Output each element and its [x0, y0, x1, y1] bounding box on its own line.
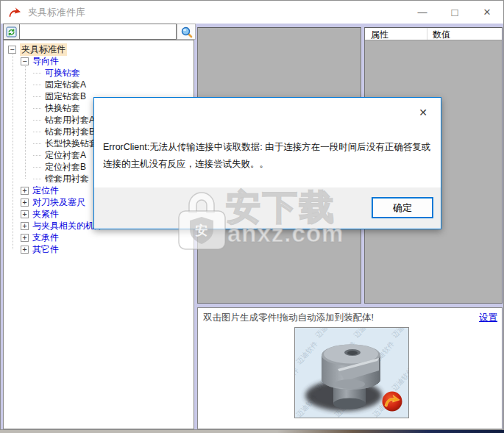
- tree-leaf-dash: [33, 108, 41, 109]
- settings-link[interactable]: 设置: [479, 312, 497, 324]
- expand-icon[interactable]: +: [21, 234, 29, 242]
- property-column-header: 属性: [365, 28, 427, 40]
- tree-leaf-dash: [33, 120, 41, 121]
- tree-item-label[interactable]: 长型快换钻套: [45, 137, 98, 150]
- app-window: 夹具标准件库 — □ ✕ −夹具标准件−导向件可换钻套固: [0, 0, 504, 430]
- tree-item-label[interactable]: 可换钻套: [45, 67, 80, 79]
- maximize-button[interactable]: □: [439, 1, 471, 24]
- search-toolbar: [3, 24, 196, 40]
- svg-text:迈迪软件: 迈迪软件: [313, 328, 338, 340]
- tree-item[interactable]: +支承件: [4, 232, 194, 243]
- tree-item-label[interactable]: 对刀块及塞尺: [32, 196, 85, 209]
- minimize-button[interactable]: —: [406, 1, 439, 24]
- error-dialog: ✕ ErrorClient:无法从传输连接中读取数据: 由于连接方在一段时间后没…: [93, 97, 441, 229]
- usage-hint: 双击图片生成零件!拖动自动添加到装配体!: [203, 312, 374, 324]
- refresh-icon: [6, 26, 17, 37]
- tree-item-label[interactable]: 钻套用衬套B: [45, 126, 95, 138]
- tree-leaf-dash: [33, 73, 41, 74]
- app-logo-icon: [8, 6, 21, 19]
- expand-icon[interactable]: +: [21, 210, 29, 218]
- error-message: ErrorClient:无法从传输连接中读取数据: 由于连接方在一段时间后没有正…: [103, 139, 436, 173]
- collapse-icon[interactable]: −: [21, 57, 29, 65]
- tree-item-label[interactable]: 与夹具相关的机床: [32, 220, 103, 232]
- hint-row: 双击图片生成零件!拖动自动添加到装配体! 设置: [203, 312, 497, 324]
- tree-item-label[interactable]: 镗套用衬套: [45, 173, 89, 185]
- tree-leaf-dash: [33, 132, 41, 132]
- tree-item[interactable]: 固定钻套A: [4, 79, 194, 90]
- svg-text:迈迪软件: 迈迪软件: [295, 340, 319, 366]
- tree-item-label[interactable]: 夹具标准件: [20, 43, 67, 56]
- part-generate-panel: 双击图片生成零件!拖动自动添加到装配体! 设置: [197, 307, 503, 429]
- tree-item[interactable]: 可换钻套: [4, 67, 194, 79]
- tree-item[interactable]: +其它件: [4, 243, 194, 255]
- tree-leaf-dash: [33, 96, 41, 97]
- svg-text:迈迪软件: 迈迪软件: [295, 328, 300, 340]
- svg-text:迈迪软件: 迈迪软件: [352, 328, 377, 340]
- svg-text:迈迪软件: 迈迪软件: [390, 328, 408, 340]
- tree-leaf-dash: [33, 85, 41, 85]
- tree-leaf-dash: [33, 167, 41, 168]
- properties-header: 属性 数值: [365, 28, 502, 40]
- expand-icon[interactable]: +: [21, 187, 29, 195]
- tree-item-label[interactable]: 固定钻套A: [45, 79, 86, 91]
- refresh-button[interactable]: [3, 24, 20, 40]
- tree-item-label[interactable]: 导向件: [32, 55, 59, 68]
- tree-item-label[interactable]: 夹紧件: [32, 208, 59, 221]
- search-input[interactable]: [20, 24, 177, 40]
- tree-item[interactable]: −夹具标准件: [4, 43, 194, 55]
- tree-leaf-dash: [33, 143, 41, 144]
- search-icon: [180, 26, 193, 38]
- ok-button[interactable]: 确定: [372, 197, 433, 218]
- tree-leaf-dash: [33, 179, 41, 179]
- expand-icon[interactable]: +: [21, 198, 29, 207]
- close-button[interactable]: ✕: [471, 1, 503, 24]
- collapse-icon[interactable]: −: [8, 46, 16, 54]
- part-preview-image[interactable]: 迈迪软件迈迪软件迈迪软件迈迪软件迈迪软件迈迪软件迈迪软件迈迪软件迈迪软件迈迪软件…: [294, 327, 409, 418]
- window-controls: — □ ✕: [406, 1, 503, 24]
- tree-item-label[interactable]: 钻套用衬套A: [45, 114, 95, 126]
- tree-item-label[interactable]: 固定钻套B: [45, 90, 86, 103]
- tree-item-label[interactable]: 定位衬套A: [45, 149, 86, 162]
- vendor-logo-icon: [383, 392, 402, 412]
- tree-item-label[interactable]: 其它件: [32, 243, 59, 256]
- title-bar: 夹具标准件库 — □ ✕: [1, 1, 503, 24]
- dialog-close-icon[interactable]: ✕: [415, 104, 431, 121]
- window-title: 夹具标准件库: [28, 6, 85, 19]
- tree-leaf-dash: [33, 155, 41, 156]
- svg-text:迈迪软件: 迈迪软件: [295, 366, 300, 393]
- dialog-footer: 确定: [94, 187, 441, 229]
- tree-item-label[interactable]: 快换钻套: [45, 102, 80, 115]
- expand-icon[interactable]: +: [21, 246, 29, 254]
- tree-item-label[interactable]: 支承件: [32, 232, 59, 244]
- expand-icon[interactable]: +: [21, 222, 29, 230]
- svg-text:迈迪软件: 迈迪软件: [390, 366, 408, 393]
- search-button[interactable]: [177, 24, 196, 40]
- tree-item[interactable]: −导向件: [4, 55, 194, 67]
- value-column-header: 数值: [427, 28, 450, 40]
- tree-item-label[interactable]: 定位件: [32, 185, 59, 197]
- tree-item-label[interactable]: 定位衬套B: [45, 161, 86, 173]
